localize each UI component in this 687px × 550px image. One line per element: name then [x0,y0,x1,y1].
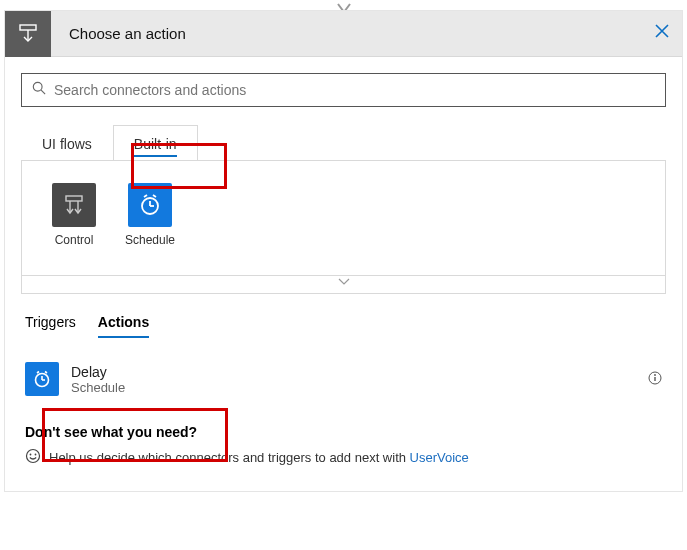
schedule-icon [128,183,172,227]
control-icon [52,183,96,227]
uservoice-link[interactable]: UserVoice [410,450,469,465]
smiley-icon [25,448,41,467]
info-icon[interactable] [648,371,662,388]
connectors-area: Control Schedule [21,160,666,276]
help-section: Don't see what you need? Help us decide … [21,424,666,467]
connector-label: Control [44,233,104,247]
action-subtitle: Schedule [71,380,648,395]
connector-label: Schedule [120,233,180,247]
connector-control[interactable]: Control [44,183,104,247]
connector-schedule[interactable]: Schedule [120,183,180,247]
trigger-action-tabs: Triggers Actions [21,314,666,338]
choose-action-panel: Choose an action UI flows Built-in [4,10,683,492]
help-text: Help us decide which connectors and trig… [49,450,469,465]
svg-point-16 [27,450,40,463]
svg-point-2 [33,82,42,91]
action-text: Delay Schedule [71,364,648,395]
close-icon[interactable] [642,23,682,44]
svg-line-3 [41,90,45,94]
action-delay[interactable]: Delay Schedule [21,360,666,398]
search-box[interactable] [21,73,666,107]
svg-point-17 [30,454,32,456]
flow-arrow-down [0,0,687,10]
panel-header: Choose an action [5,11,682,57]
clock-icon [25,362,59,396]
help-question: Don't see what you need? [25,424,662,440]
action-title: Delay [71,364,648,380]
tab-ui-flows[interactable]: UI flows [21,125,113,161]
svg-point-15 [654,374,656,376]
svg-rect-4 [66,196,82,201]
tab-actions[interactable]: Actions [98,314,149,338]
svg-point-18 [35,454,37,456]
tab-built-in[interactable]: Built-in [113,125,198,161]
search-input[interactable] [54,82,655,98]
svg-rect-0 [20,25,36,30]
panel-header-icon [5,11,51,57]
panel-title: Choose an action [51,25,642,42]
search-icon [32,81,46,99]
tab-triggers[interactable]: Triggers [25,314,76,338]
category-tabs: UI flows Built-in [21,125,666,161]
collapse-toggle[interactable] [21,276,666,294]
